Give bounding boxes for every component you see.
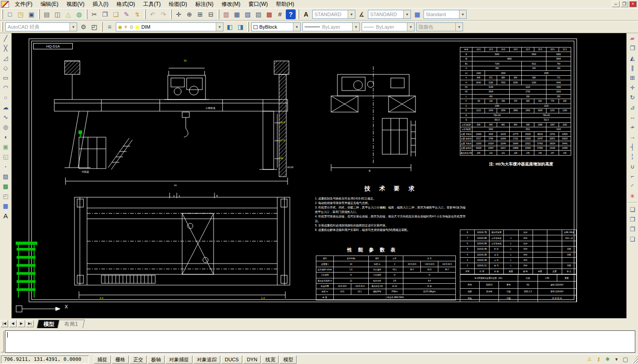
quickcalc-icon[interactable]: # <box>275 9 285 19</box>
extend-icon[interactable]: → <box>628 132 638 142</box>
text-style-combo[interactable]: STANDARD▼ <box>312 10 355 19</box>
help-icon[interactable]: ? <box>286 9 296 19</box>
new-icon[interactable]: □ <box>5 9 15 19</box>
toolbar-grip[interactable] <box>218 9 219 19</box>
make-block-icon[interactable]: ◱ <box>1 152 11 161</box>
command-input[interactable] <box>5 330 635 353</box>
markup-set-icon[interactable]: ▩ <box>264 9 274 19</box>
menu-modify[interactable]: 修改(M) <box>218 0 245 9</box>
bring-to-front-icon[interactable]: ❏ <box>628 204 638 214</box>
chevron-down-icon[interactable]: ▼ <box>352 23 359 31</box>
chevron-down-icon[interactable]: ▼ <box>70 23 77 31</box>
hatch-icon[interactable]: ▨ <box>1 171 11 181</box>
tab-layout1[interactable]: 布局1 <box>57 320 85 328</box>
toolbar-grip[interactable] <box>247 22 249 32</box>
menu-format[interactable]: 格式(O) <box>113 0 139 9</box>
break-icon[interactable]: ╎ <box>628 152 638 161</box>
redo-icon[interactable]: ↷ <box>158 9 168 19</box>
chevron-down-icon[interactable]: ▼ <box>459 10 466 18</box>
toolbar-grip[interactable] <box>144 9 146 19</box>
toolbar-grip[interactable] <box>170 9 172 19</box>
layer-properties-icon[interactable]: ≡ <box>105 22 114 32</box>
bring-above-objects-icon[interactable]: ❐ <box>628 224 638 234</box>
copy-object-icon[interactable]: ❐ <box>628 43 638 53</box>
explode-icon[interactable]: ✳ <box>628 191 638 201</box>
model-toggle[interactable]: 模型 <box>280 355 297 364</box>
toolbar-grip[interactable] <box>297 9 299 19</box>
menu-file[interactable]: 文件(F) <box>11 0 36 9</box>
arc-icon[interactable]: ◠ <box>1 82 11 92</box>
block-editor-icon[interactable]: ↯ <box>132 9 142 19</box>
menu-insert[interactable]: 插入(I) <box>88 0 112 9</box>
minimize-button[interactable]: – <box>612 1 620 7</box>
rectangle-icon[interactable]: ▭ <box>1 73 11 82</box>
toolbar-grip[interactable] <box>1 22 3 32</box>
plot-preview-icon[interactable]: ◫ <box>52 9 62 19</box>
open-icon[interactable]: ◳ <box>16 9 26 19</box>
region-icon[interactable]: ◰ <box>1 191 11 201</box>
menu-dimension[interactable]: 标注(N) <box>191 0 218 9</box>
point-icon[interactable]: · <box>1 161 11 171</box>
circle-icon[interactable]: ○ <box>1 92 11 102</box>
snap-toggle[interactable]: 捕捉 <box>94 355 111 364</box>
toolbar-grip[interactable] <box>1 9 3 19</box>
send-under-objects-icon[interactable]: ❑ <box>628 234 638 244</box>
workspace-settings-icon[interactable]: ⚙ <box>79 22 88 32</box>
pan-icon[interactable]: ✛ <box>174 9 184 19</box>
chevron-down-icon[interactable]: ▼ <box>293 23 300 31</box>
layer-previous-icon[interactable]: ◨ <box>236 22 245 32</box>
window-resize-grip[interactable] <box>632 355 638 364</box>
erase-icon[interactable]: ▰ <box>628 33 638 43</box>
cut-icon[interactable]: ✂ <box>89 9 99 19</box>
menu-edit[interactable]: 编辑(E) <box>36 0 62 9</box>
grid-toggle[interactable]: 栅格 <box>112 355 129 364</box>
annotation-autoscale-icon[interactable]: ✻ <box>603 356 612 363</box>
tab-nav-first[interactable]: |◀ <box>0 320 8 327</box>
offset-icon[interactable]: ∥ <box>628 63 638 73</box>
tab-nav-prev[interactable]: ◀ <box>9 320 17 327</box>
polyline-icon[interactable]: ◿ <box>1 53 11 63</box>
layer-combo[interactable]: ◉ ☀ ⊙ ▣ DIM ▼ <box>116 22 223 31</box>
lock-icon[interactable]: ⚷ <box>594 356 603 363</box>
chevron-down-icon[interactable]: ▼ <box>403 10 411 18</box>
move-icon[interactable]: ✛ <box>628 82 638 92</box>
insert-block-icon[interactable]: ▣ <box>1 142 11 152</box>
layer-on-icon[interactable]: ◉ <box>118 24 122 30</box>
etransmit-icon[interactable]: ◍ <box>74 9 84 19</box>
menu-view[interactable]: 视图(V) <box>62 0 88 9</box>
revision-cloud-icon[interactable]: ☁ <box>1 102 11 112</box>
annotation-visibility-icon[interactable]: ⚠ <box>586 356 594 363</box>
my-workspace-icon[interactable]: ◰ <box>89 22 99 32</box>
app-logo-icon[interactable] <box>1 1 9 8</box>
clean-screen-icon[interactable]: ▢ <box>621 356 629 363</box>
trim-icon[interactable]: ≁ <box>628 122 638 132</box>
zoom-realtime-icon[interactable]: ⊕ <box>184 9 194 19</box>
polar-toggle[interactable]: 极轴 <box>148 355 165 364</box>
join-icon[interactable]: ∪ <box>628 161 638 171</box>
paste-icon[interactable]: ❑ <box>111 9 121 19</box>
command-window-grip[interactable] <box>1 331 4 352</box>
scale-icon[interactable]: ⊿ <box>628 102 638 112</box>
chevron-down-icon[interactable]: ▼ <box>216 23 223 31</box>
copy-icon[interactable]: ❐ <box>100 9 110 19</box>
match-properties-icon[interactable]: ✎ <box>122 9 131 19</box>
layer-freeze-icon[interactable]: ☀ <box>124 24 128 30</box>
chamfer-icon[interactable]: ⌐ <box>628 171 638 181</box>
table-style-combo[interactable]: Standard▼ <box>424 10 467 19</box>
ellipse-icon[interactable]: ◎ <box>1 122 11 132</box>
table-icon[interactable]: ▦ <box>1 201 11 211</box>
plotstyle-combo[interactable]: 随颜色▼ <box>416 22 463 31</box>
line-icon[interactable]: ╱ <box>1 33 11 43</box>
sheetset-manager-icon[interactable]: ▨ <box>253 9 263 19</box>
gradient-icon[interactable]: ▩ <box>1 181 11 191</box>
drawing-canvas[interactable]: HQ·D1A <box>12 33 626 318</box>
chevron-down-icon[interactable]: ▼ <box>348 10 355 18</box>
properties-icon[interactable]: ▥ <box>221 9 231 19</box>
toolbar-grip[interactable] <box>101 22 103 32</box>
restore-button[interactable]: ❐ <box>621 1 628 7</box>
make-object-layer-current-icon[interactable]: ◧ <box>225 22 235 32</box>
save-icon[interactable]: ▣ <box>26 9 36 19</box>
close-button[interactable]: × <box>629 1 637 7</box>
workspace-combo[interactable]: AutoCAD 经典▼ <box>5 22 77 31</box>
spline-icon[interactable]: ∿ <box>1 112 11 122</box>
